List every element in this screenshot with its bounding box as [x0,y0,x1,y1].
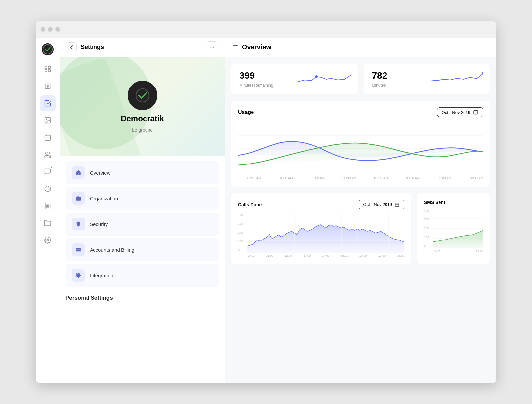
menu-integration-label: Integration [90,273,113,278]
calls-y-labels: 400 300 200 100 0 [238,213,246,253]
nav-chat[interactable] [40,164,56,180]
menu-item-overview[interactable]: Overview [66,161,219,184]
menu-overview-icon [72,166,85,179]
svg-rect-5 [48,70,50,72]
date-picker-usage[interactable]: Oct - Nov 2019 [437,107,483,117]
close-button[interactable] [41,27,45,32]
settings-panel: Settings ··· Democratik Le groupe [60,38,225,383]
svg-point-11 [46,119,47,120]
svg-rect-2 [45,66,47,68]
svg-point-16 [46,152,48,154]
date-range-calls: Oct - Nov 2019 [363,202,392,207]
settings-header: Settings ··· [60,38,225,57]
fullscreen-button[interactable] [55,27,60,32]
usage-header: Usage Oct - Nov 2019 [238,107,483,117]
calls-done-header: Calls Done Oct - Nov 2019 [238,200,404,209]
menu-organization-label: Organization [90,196,118,201]
menu-organization-icon [72,192,85,205]
overview-title: Overview [242,43,271,51]
overview-content: 399 Minutes Remaining 782 Minutes [225,57,496,270]
nav-tasks[interactable] [40,78,56,94]
org-name: Democratik [121,114,164,123]
org-profile: Democratik Le groupe [60,57,225,156]
menu-item-organization[interactable]: Organization [66,187,219,210]
sms-y-labels: 400 300 200 100 0 [424,209,432,248]
usage-title: Usage [238,109,254,115]
time-label-1: 03:00 AM [247,176,261,180]
usage-section: Usage Oct - Nov 2019 [231,101,490,187]
personal-settings-title: Personal Settings [60,292,225,303]
calls-xaxis: 10:00 11:00 12:00 13:00 14:00 15:00 16:0… [247,254,404,257]
traffic-lights [41,27,60,32]
nav-media[interactable] [40,113,56,128]
date-picker-calls[interactable]: Oct - Nov 2019 [359,200,404,209]
menu-overview-label: Overview [90,170,111,176]
date-range-usage: Oct - Nov 2019 [442,110,470,115]
calls-chart-wrapper [247,213,404,253]
usage-chart-wrapper [238,122,483,175]
menu-billing-icon [72,243,85,256]
time-label-6: 08:00 AM [406,176,420,180]
usage-xaxis: 03:00 AM 04:00 AM 05:00 AM 06:00 AM 07:0… [238,176,483,180]
nav-files[interactable] [40,215,56,231]
stat-minutes-remaining: 399 Minutes Remaining [231,64,358,94]
time-label-3: 05:00 AM [311,176,325,180]
nav-users[interactable] [40,147,56,163]
left-nav [36,38,60,383]
nav-forms[interactable] [40,95,56,111]
stat-minutes: 782 Minutes [364,64,490,94]
sms-sent-header: SMS Sent [424,200,483,205]
back-button[interactable] [67,42,77,52]
time-label-2: 04:00 AM [279,176,293,180]
sms-chart-wrapper [433,209,483,248]
svg-rect-35 [76,248,81,252]
stats-row: 399 Minutes Remaining 782 Minutes [231,64,490,94]
svg-point-31 [47,239,49,241]
settings-title: Settings [81,44,202,51]
nav-calculator[interactable] [40,198,56,214]
stat-chart-1 [298,70,351,88]
nav-calendar[interactable] [40,130,56,145]
sms-sent-chart: SMS Sent 400 300 200 100 0 [417,193,490,264]
calls-done-chart: Calls Done Oct - Nov 2019 [231,193,411,264]
time-label-4: 06:00 AM [342,176,356,180]
nav-packages[interactable] [40,181,56,197]
calls-done-title: Calls Done [238,202,262,207]
menu-list: Overview Organization Security [60,156,225,292]
menu-integration-icon [72,269,85,282]
org-subtitle: Le groupe [132,127,153,133]
bottom-charts: Calls Done Oct - Nov 2019 [231,193,490,264]
overview-panel: ☰ Overview 399 Minutes Remaining [225,38,496,383]
menu-item-billing[interactable]: Accounts and Billing [66,238,219,261]
overview-header: ☰ Overview [225,38,496,57]
svg-point-38 [315,75,318,78]
time-label-7: 09:00 AM [438,176,451,180]
minimize-button[interactable] [48,27,53,32]
nav-dashboard[interactable] [40,61,56,77]
hamburger-icon[interactable]: ☰ [233,44,238,51]
svg-rect-4 [45,70,47,72]
titlebar [36,21,496,38]
svg-rect-34 [76,197,81,201]
svg-rect-40 [474,111,478,114]
menu-item-security[interactable]: Security [66,213,219,236]
time-label-8: 10:00 AM [469,176,483,180]
app-window: Settings ··· Democratik Le groupe [36,21,496,383]
menu-security-label: Security [90,221,108,227]
svg-rect-12 [45,135,51,141]
svg-point-0 [42,43,54,55]
menu-item-integration[interactable]: Integration [66,264,219,287]
stat-chart-2 [431,70,483,88]
menu-billing-label: Accounts and Billing [90,247,134,253]
time-label-5: 07:00 AM [374,176,388,180]
svg-rect-47 [395,203,399,207]
nav-settings[interactable] [40,232,56,248]
svg-rect-3 [48,66,50,68]
org-logo [128,81,157,110]
app-logo[interactable] [41,43,54,56]
more-button[interactable]: ··· [206,41,218,53]
sms-sent-title: SMS Sent [424,200,445,205]
menu-security-icon [72,218,85,230]
